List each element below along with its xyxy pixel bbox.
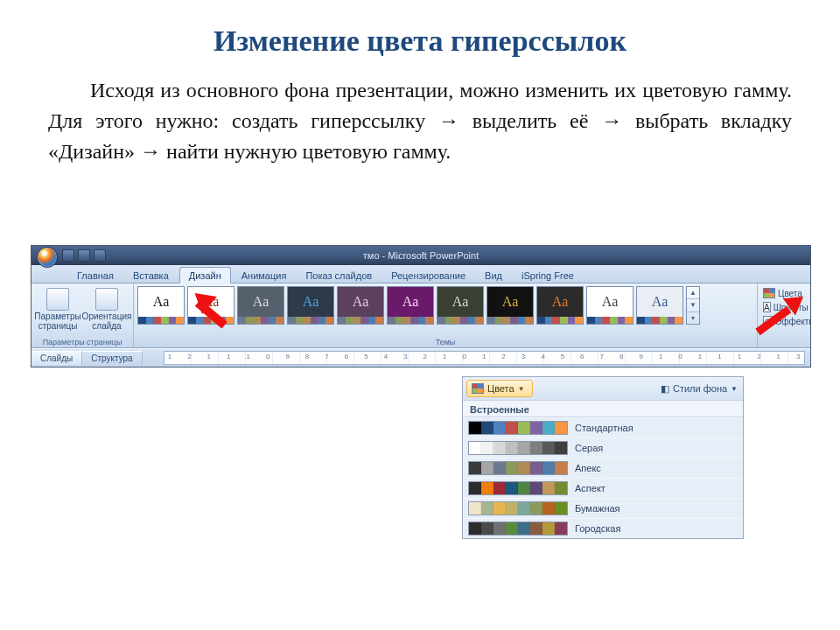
theme-colors-dropdown: Цвета ▼ ◧ Стили фона ▼ Встроенные Станда…	[462, 376, 744, 539]
theme-stripes-icon	[338, 317, 383, 324]
theme-sample-text: Aa	[338, 287, 383, 317]
theme-thumbnail[interactable]: Aa	[437, 286, 484, 325]
theme-sample-text: Aa	[587, 287, 633, 317]
window-title: тмо - Microsoft PowerPoint	[32, 250, 810, 261]
quick-access-toolbar: тмо - Microsoft PowerPoint	[32, 246, 810, 265]
theme-stripes-icon	[288, 317, 333, 324]
office-button-icon[interactable]	[37, 247, 58, 268]
colors-swatch-icon	[472, 383, 484, 394]
colors-dropdown-button[interactable]: Цвета ▼	[466, 380, 533, 397]
chevron-down-icon: ▼	[518, 385, 525, 393]
color-scheme-item[interactable]: Серая	[463, 438, 743, 458]
tab-review[interactable]: Рецензирование	[382, 268, 474, 283]
body-fragment: найти нужную цветовую гамму.	[166, 140, 451, 163]
redo-icon[interactable]	[94, 249, 106, 262]
horizontal-ruler: 121110987654321012345678910111213	[164, 351, 805, 365]
color-scheme-swatch-icon	[468, 461, 568, 475]
color-scheme-name: Городская	[575, 523, 620, 534]
color-scheme-name: Стандартная	[575, 423, 634, 433]
group-themes: Aa Aa Aa Aa Aa Aa Aa Aa Aa Aa Aa ▲ ▼ ▾ Т…	[134, 284, 758, 347]
tab-home[interactable]: Главная	[68, 268, 122, 283]
chevron-down-icon: ▼	[731, 385, 738, 393]
tab-view[interactable]: Вид	[476, 268, 511, 283]
theme-thumbnail[interactable]: Aa	[636, 286, 683, 325]
theme-sample-text: Aa	[487, 287, 533, 317]
theme-stripes-icon	[637, 317, 682, 324]
page-title: Изменение цвета гиперссылок	[0, 0, 840, 66]
color-scheme-name: Апекс	[575, 463, 601, 473]
theme-stripes-icon	[487, 317, 533, 324]
slides-panel-tab[interactable]: Слайды	[32, 351, 82, 365]
theme-stripes-icon	[138, 317, 184, 324]
under-ribbon-bar: Слайды Структура 12111098765432101234567…	[32, 348, 810, 367]
page-setup-icon	[46, 288, 69, 311]
group-label-page-setup: Параметры страницы	[35, 337, 130, 346]
theme-stripes-icon	[238, 317, 284, 324]
theme-stripes-icon	[438, 317, 483, 324]
color-scheme-swatch-icon	[468, 501, 568, 515]
tab-slideshow[interactable]: Показ слайдов	[297, 268, 381, 283]
theme-thumbnail[interactable]: Aa	[586, 286, 634, 325]
dropdown-header: Цвета ▼ ◧ Стили фона ▼	[463, 377, 743, 400]
outline-panel-tab[interactable]: Структура	[82, 351, 142, 365]
slide-orientation-button[interactable]: Ориентация слайда	[84, 286, 130, 331]
save-icon[interactable]	[62, 249, 74, 262]
section-label-builtin: Встроенные	[463, 400, 743, 417]
theme-thumbnail[interactable]: Aa	[287, 286, 334, 325]
color-scheme-item[interactable]: Бумажная	[463, 498, 743, 518]
theme-thumbnail[interactable]: Aa	[237, 286, 284, 325]
background-styles-label: Стили фона	[673, 383, 727, 394]
tab-animation[interactable]: Анимация	[233, 268, 296, 283]
color-scheme-item[interactable]: Городская	[463, 518, 743, 538]
group-label-themes: Темы	[137, 337, 753, 346]
color-scheme-name: Серая	[575, 443, 603, 453]
undo-icon[interactable]	[78, 249, 90, 262]
arrow-right-icon: →	[438, 108, 459, 132]
theme-thumbnail[interactable]: Aa	[387, 286, 434, 325]
theme-thumbnail[interactable]: Aa	[137, 286, 185, 325]
theme-stripes-icon	[537, 317, 583, 324]
instruction-paragraph: Исходя из основного фона презентации, мо…	[0, 66, 840, 184]
colors-swatch-icon	[763, 288, 775, 298]
dropdown-icon: ▾	[687, 312, 699, 324]
tab-insert[interactable]: Вставка	[124, 268, 178, 283]
tab-ispring[interactable]: iSpring Free	[513, 268, 583, 283]
ribbon-body: Параметры страницы Ориентация слайда Пар…	[32, 284, 810, 348]
theme-sample-text: Aa	[238, 287, 284, 317]
orientation-icon	[95, 288, 118, 311]
ribbon-tabs: Главная Вставка Дизайн Анимация Показ сл…	[32, 265, 810, 284]
page-setup-button[interactable]: Параметры страницы	[35, 286, 80, 331]
colors-button-label: Цвета	[487, 383, 514, 394]
slide-thumbnail-title[interactable]: Основные правила создания	[42, 368, 191, 368]
color-scheme-item[interactable]: Аспект	[463, 478, 743, 498]
color-scheme-swatch-icon	[468, 522, 568, 536]
color-scheme-name: Аспект	[575, 483, 606, 494]
color-scheme-swatch-icon	[468, 481, 568, 495]
background-styles-button[interactable]: ◧ Стили фона ▼	[661, 383, 738, 395]
theme-thumbnail[interactable]: Aa	[536, 286, 584, 325]
paint-icon: ◧	[661, 383, 669, 395]
theme-stripes-icon	[587, 317, 633, 324]
page-setup-label: Параметры страницы	[34, 312, 80, 331]
chevron-up-icon: ▲	[687, 287, 699, 299]
color-scheme-item[interactable]: Апекс	[463, 458, 743, 478]
theme-sample-text: Aa	[637, 287, 682, 317]
orientation-label: Ориентация слайда	[82, 312, 132, 331]
color-scheme-swatch-icon	[468, 441, 568, 455]
themes-more-button[interactable]: ▲ ▼ ▾	[686, 286, 700, 325]
theme-sample-text: Aa	[438, 287, 483, 317]
powerpoint-ribbon-screenshot: тмо - Microsoft PowerPoint Главная Встав…	[31, 245, 811, 368]
body-fragment: выделить её	[472, 109, 601, 132]
color-scheme-swatch-icon	[468, 421, 568, 435]
color-scheme-item[interactable]: Стандартная	[463, 417, 743, 438]
theme-thumbnail[interactable]: Aa	[337, 286, 384, 325]
theme-stripes-icon	[388, 317, 433, 324]
arrow-right-icon: →	[140, 139, 161, 163]
group-page-setup: Параметры страницы Ориентация слайда Пар…	[32, 284, 134, 347]
theme-sample-text: Aa	[388, 287, 433, 317]
theme-sample-text: Aa	[537, 287, 583, 317]
ruler-numbers: 121110987654321012345678910111213	[168, 353, 811, 360]
tab-design[interactable]: Дизайн	[179, 267, 231, 284]
theme-thumbnail[interactable]: Aa	[486, 286, 534, 325]
color-scheme-name: Бумажная	[575, 503, 620, 514]
